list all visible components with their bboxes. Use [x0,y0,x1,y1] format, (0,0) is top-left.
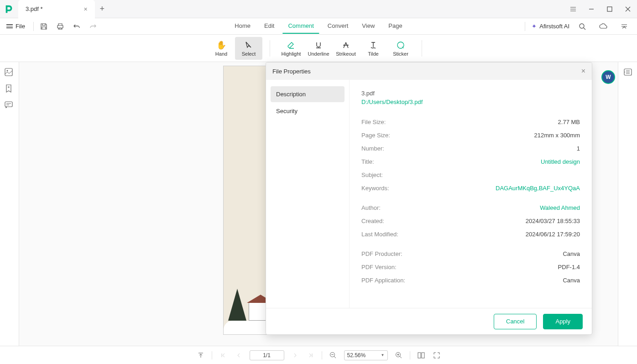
scroll-top-icon[interactable] [196,352,205,359]
number-value: 1 [577,145,580,152]
modified-value: 2024/06/12 17:59:20 [526,231,580,238]
producer-value: Canva [563,250,580,257]
chevron-down-icon: ▼ [381,353,385,357]
prop-path[interactable]: D:/Users/Desktop/3.pdf [361,99,580,105]
more-lines-icon[interactable] [564,0,582,18]
print-icon[interactable] [52,18,68,35]
page-number-input[interactable] [250,350,284,360]
sidebar-item-security[interactable]: Security [271,103,345,119]
svg-rect-10 [422,353,424,358]
sidebar-item-description[interactable]: Description [271,86,345,102]
comment-panel-icon[interactable] [4,100,15,111]
divider [525,22,525,31]
page-size-label: Page Size: [361,132,390,139]
svg-rect-3 [5,68,12,76]
facing-pages-icon[interactable] [417,352,426,359]
tool-select-label: Select [242,51,256,57]
menu-edit[interactable]: Edit [259,19,280,34]
close-tab-icon[interactable]: × [84,5,88,13]
svg-point-4 [6,70,8,72]
page-size-value: 212mm x 300mm [534,132,580,139]
dialog-footer: Cancel Apply [266,308,592,334]
sparkle-icon: ✦ [532,23,537,30]
menu-page[interactable]: Page [383,19,407,34]
zoom-select[interactable]: 52.56% ▼ [344,350,388,360]
dialog-sidebar: Description Security [266,80,349,308]
tool-select[interactable]: Select [235,37,262,60]
last-page-icon[interactable] [306,353,315,358]
keywords-label: Keywords: [361,185,389,192]
svg-rect-5 [5,102,12,107]
maximize-icon[interactable] [600,0,619,18]
collapse-icon[interactable] [616,18,632,35]
underline-icon [314,40,323,50]
zoom-value: 52.56% [347,352,366,359]
tool-strikeout[interactable]: Strikeout [332,37,360,60]
tool-hand[interactable]: ✋ Hand [208,37,235,60]
menu-convert[interactable]: Convert [322,19,354,34]
tilde-icon [369,40,377,50]
dialog-body: Description Security 3.pdf D:/Users/Desk… [266,80,592,308]
zoom-out-icon[interactable] [329,352,338,359]
word-badge-text: W [606,74,611,80]
toolbar-separator [422,40,422,57]
zoom-in-icon[interactable] [394,352,403,359]
strikeout-icon [342,40,350,50]
add-tab-button[interactable]: + [95,4,110,14]
panel-toggle-icon[interactable] [623,68,632,78]
prev-page-icon[interactable] [234,353,243,358]
svg-point-1 [580,24,584,28]
redo-icon[interactable] [85,18,101,35]
file-size-label: File Size: [361,119,386,125]
version-value: PDF-1.4 [558,264,580,270]
tool-highlight[interactable]: Highlight [277,37,305,60]
window-controls [564,0,637,18]
ai-label: Afirstsoft AI [539,23,569,30]
version-label: PDF Version: [361,264,397,270]
left-sidebar [0,62,19,346]
ai-button[interactable]: ✦ Afirstsoft AI [532,23,569,30]
export-word-badge[interactable]: W [601,70,615,84]
file-menu-button[interactable]: File [0,18,31,35]
dialog-close-icon[interactable]: × [581,67,585,75]
divider [33,22,34,31]
cloud-icon[interactable] [595,18,611,35]
minimize-icon[interactable] [582,0,600,18]
document-tab[interactable]: 3.pdf * × [18,0,95,18]
svg-rect-0 [607,7,612,11]
apply-button[interactable]: Apply [543,314,583,329]
dialog-header: File Properties × [266,62,592,80]
hamburger-icon [6,24,13,28]
keywords-value[interactable]: DAGAurMKqBg,BAF_Ux4YQaA [496,185,580,192]
menu-home[interactable]: Home [229,19,256,34]
first-page-icon[interactable] [219,353,228,358]
tool-tilde[interactable]: Tilde [360,37,387,60]
tool-sticker[interactable]: Sticker [387,37,414,60]
cancel-button[interactable]: Cancel [494,314,537,329]
author-value[interactable]: Waleed Ahmed [540,204,580,211]
created-label: Created: [361,218,384,224]
title-value[interactable]: Untitled design [541,158,580,165]
close-window-icon[interactable] [619,0,637,18]
app-logo [0,0,18,18]
menu-view[interactable]: View [356,19,380,34]
application-label: PDF Application: [361,277,405,284]
next-page-icon[interactable] [291,353,300,358]
svg-rect-9 [418,353,421,358]
tool-underline-label: Underline [308,51,329,57]
modified-label: Last Modified: [361,231,398,238]
fullscreen-icon[interactable] [432,352,441,359]
producer-label: PDF Producter: [361,250,402,257]
hand-icon: ✋ [216,40,226,50]
bookmark-add-icon[interactable] [4,84,15,95]
thumbnail-icon[interactable] [4,68,15,78]
dialog-content: 3.pdf D:/Users/Desktop/3.pdf File Size:2… [349,80,592,308]
author-label: Author: [361,204,381,211]
search-icon[interactable] [574,18,590,35]
save-icon[interactable] [36,18,52,35]
created-value: 2024/03/27 18:55:33 [526,218,580,224]
menu-comment[interactable]: Comment [282,19,319,34]
toolbar-separator [270,40,270,57]
undo-icon[interactable] [68,18,85,35]
tool-underline[interactable]: Underline [305,37,332,60]
